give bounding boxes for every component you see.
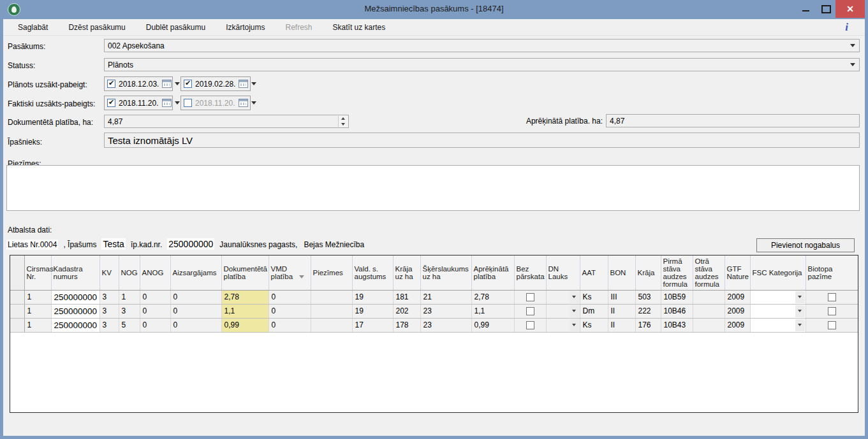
cell-kraja_uz_ha[interactable]: 202 (393, 304, 420, 318)
faktiski-start-datepicker[interactable]: 2018.11.20. (104, 96, 173, 110)
cell-kraja[interactable]: 176 (635, 318, 661, 332)
minimize-button[interactable] (795, 0, 816, 18)
cell-piezimes[interactable] (311, 290, 352, 304)
cell-dok_platiba[interactable]: 2,78 (221, 290, 268, 304)
cell-bez_parskata[interactable] (514, 304, 546, 318)
column-header-aprekinata_platiba[interactable]: Aprēķinātā platība (471, 255, 514, 290)
row-selector[interactable] (10, 318, 24, 332)
dok-platiba-spinner-input[interactable]: 4,87 (104, 115, 349, 128)
cell-otra_formula[interactable] (693, 304, 725, 318)
checkbox-unchecked-icon[interactable] (184, 99, 192, 107)
biotopa_pazime-checkbox[interactable] (828, 293, 836, 301)
cell-dok_platiba[interactable]: 0,99 (221, 318, 268, 332)
spin-up-icon[interactable] (339, 116, 348, 122)
cell-otra_formula[interactable] (693, 318, 725, 332)
cell-bon[interactable]: II (608, 318, 635, 332)
column-header-bon[interactable]: BON (608, 255, 635, 290)
cell-fsc_kategorija[interactable] (750, 318, 805, 332)
cell-kraja_uz_ha[interactable]: 181 (393, 290, 420, 304)
column-header-otra_formula[interactable]: Otrā stāva audzes formula (693, 255, 725, 290)
cell-piezimes[interactable] (311, 304, 352, 318)
column-header-biotopa_pazime[interactable]: Biotopa pazīme (805, 255, 858, 290)
column-header-cirsmas[interactable]: Cirsmas Nr. (24, 255, 51, 290)
statuss-combobox[interactable]: Plānots (104, 58, 860, 71)
cell-vald_s_augstums[interactable]: 19 (352, 304, 393, 318)
cell-cirsmas[interactable]: 1 (24, 318, 51, 332)
column-header-kraja[interactable]: Krāja (635, 255, 661, 290)
cell-dn_lauks[interactable] (546, 318, 580, 332)
menu-item[interactable]: Saglabāt (11, 20, 54, 34)
cell-dn_lauks[interactable] (546, 304, 580, 318)
column-header-skerslaukums_uz_ha[interactable]: Šķērslaukums uz ha (420, 255, 471, 290)
cell-skerslaukums_uz_ha[interactable]: 23 (420, 304, 471, 318)
cell-anog[interactable]: 0 (140, 318, 170, 332)
cell-fsc_kategorija[interactable] (750, 290, 805, 304)
cell-bez_parskata[interactable] (514, 318, 546, 332)
cell-aprekinata_platiba[interactable]: 2,78 (471, 290, 514, 304)
column-header-vmd_platiba[interactable]: VMD platība (268, 255, 311, 290)
column-header-kraja_uz_ha[interactable]: Krāja uz ha (393, 255, 420, 290)
cell-anog[interactable]: 0 (140, 290, 170, 304)
cell-gtf_nature[interactable]: 2009 (725, 290, 750, 304)
cell-biotopa_pazime[interactable] (805, 290, 858, 304)
menu-item[interactable]: Izkārtojums (219, 20, 271, 34)
cell-aat[interactable]: Dm (580, 304, 608, 318)
cell-aizsargajams[interactable]: 0 (170, 290, 221, 304)
column-header-fsc_kategorija[interactable]: FSC Kategorija (750, 255, 805, 290)
ipasnieks-input[interactable]: Testa iznomātājs LV (104, 133, 860, 148)
bez_parskata-checkbox[interactable] (526, 307, 534, 315)
checkbox-checked-icon[interactable] (184, 80, 192, 88)
piezimes-textarea[interactable] (6, 165, 860, 211)
maximize-button[interactable] (816, 0, 835, 18)
cell-bon[interactable]: II (608, 304, 635, 318)
pasakums-combobox[interactable]: 002 Apsekošana (104, 39, 860, 52)
chevron-down-icon[interactable] (251, 101, 256, 104)
dn_lauks-dropdown-icon[interactable] (570, 291, 579, 303)
dn_lauks-dropdown-icon[interactable] (570, 305, 579, 317)
chevron-down-icon[interactable] (175, 82, 180, 85)
cell-nog[interactable]: 3 (119, 304, 140, 318)
chevron-down-icon[interactable] (251, 82, 256, 85)
cell-vald_s_augstums[interactable]: 17 (352, 318, 393, 332)
calendar-icon[interactable] (162, 80, 172, 88)
cell-gtf_nature[interactable]: 2009 (725, 304, 750, 318)
cell-dok_platiba[interactable]: 1,1 (221, 304, 268, 318)
column-header-kadastra[interactable]: Kadastra numurs (51, 255, 99, 290)
cell-skerslaukums_uz_ha[interactable]: 23 (420, 318, 471, 332)
column-header-bez_parskata[interactable]: Bez pārskata (514, 255, 546, 290)
row-selector[interactable] (10, 304, 24, 318)
cell-vmd_platiba[interactable]: 0 (268, 290, 311, 304)
column-header-aizsargajams[interactable]: Aizsargājams (170, 255, 221, 290)
info-icon[interactable]: i (845, 21, 848, 34)
menu-item[interactable]: Dzēst pasākumu (62, 20, 131, 34)
cell-aizsargajams[interactable]: 0 (170, 304, 221, 318)
cell-kv[interactable]: 3 (99, 290, 119, 304)
fsc_kategorija-dropdown-icon[interactable] (795, 305, 805, 317)
calendar-icon[interactable] (239, 80, 248, 88)
checkbox-checked-icon[interactable] (107, 99, 115, 107)
cell-aizsargajams[interactable]: 0 (170, 318, 221, 332)
checkbox-checked-icon[interactable] (107, 80, 115, 88)
cell-nog[interactable]: 1 (119, 290, 140, 304)
menu-item[interactable]: Skatīt uz kartes (327, 20, 392, 34)
cell-kadastra[interactable]: 250000000 (51, 304, 99, 318)
cell-vald_s_augstums[interactable]: 19 (352, 290, 393, 304)
cell-gtf_nature[interactable]: 2009 (725, 318, 750, 332)
cell-fsc_kategorija[interactable] (750, 304, 805, 318)
cell-aprekinata_platiba[interactable]: 0,99 (471, 318, 514, 332)
cell-aat[interactable]: Ks (580, 318, 608, 332)
cell-bez_parskata[interactable] (514, 290, 546, 304)
dn_lauks-dropdown-icon[interactable] (570, 319, 579, 331)
cell-dn_lauks[interactable] (546, 290, 580, 304)
spin-down-icon[interactable] (339, 122, 348, 127)
row-selector[interactable] (10, 290, 24, 304)
fsc_kategorija-dropdown-icon[interactable] (795, 319, 805, 331)
cell-cirsmas[interactable]: 1 (24, 304, 51, 318)
column-header-anog[interactable]: ANOG (140, 255, 170, 290)
cell-aprekinata_platiba[interactable]: 1,1 (471, 304, 514, 318)
cell-pirma_formula[interactable]: 10B59 (661, 290, 693, 304)
cell-bon[interactable]: III (608, 290, 635, 304)
cell-piezimes[interactable] (311, 318, 352, 332)
cell-otra_formula[interactable] (693, 290, 725, 304)
cell-biotopa_pazime[interactable] (805, 318, 858, 332)
